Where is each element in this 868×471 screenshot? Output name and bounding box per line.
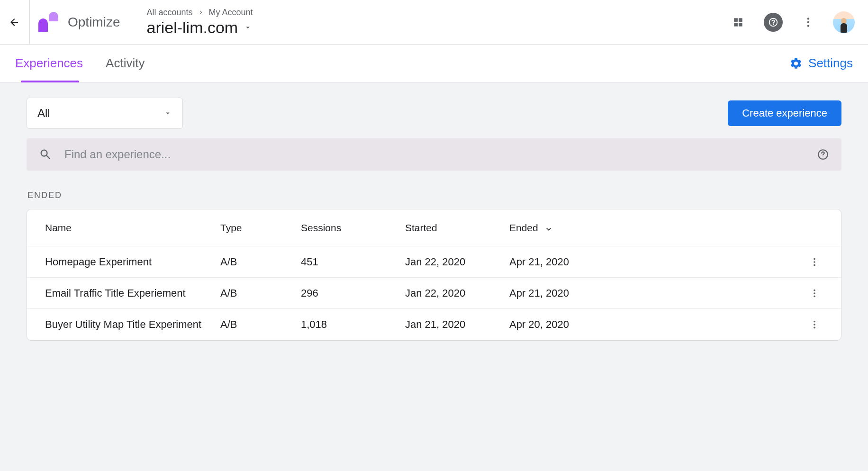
main-content: All Create experience ENDED Name Type Se… [0, 82, 868, 471]
svg-point-4 [807, 18, 809, 19]
divider [29, 0, 30, 45]
svg-point-8 [823, 156, 823, 157]
cell-started: Jan 21, 2020 [405, 318, 509, 331]
tab-strip: Experiences Activity Settings [0, 45, 868, 82]
col-type[interactable]: Type [220, 222, 301, 234]
section-ended-label: ENDED [27, 190, 841, 200]
cell-sessions: 1,018 [301, 318, 405, 331]
breadcrumb[interactable]: All accounts My Account [146, 8, 253, 18]
col-sessions[interactable]: Sessions [301, 222, 405, 234]
svg-point-10 [814, 261, 815, 263]
status-filter-dropdown[interactable]: All [27, 98, 183, 129]
tab-experiences[interactable]: Experiences [15, 45, 83, 82]
cell-ended: Apr 21, 2020 [509, 287, 628, 299]
product-brand: Optimize [38, 12, 120, 33]
filter-label: All [37, 107, 163, 120]
cell-name: Email Traffic Title Experiement [45, 287, 220, 299]
row-menu-button[interactable] [806, 316, 823, 333]
optimize-logo-icon [38, 12, 59, 33]
search-icon [39, 148, 52, 161]
col-started[interactable]: Started [405, 222, 509, 234]
svg-rect-1 [739, 18, 742, 22]
chevron-right-icon [198, 9, 204, 16]
arrow-left-icon [9, 17, 20, 28]
svg-point-6 [807, 25, 809, 27]
svg-rect-2 [734, 23, 738, 27]
col-name[interactable]: Name [45, 222, 220, 234]
product-name: Optimize [68, 15, 120, 30]
breadcrumb-account: My Account [209, 8, 253, 18]
search-input[interactable] [64, 148, 805, 161]
search-bar [27, 138, 841, 171]
svg-point-13 [814, 292, 815, 294]
svg-rect-3 [739, 23, 742, 27]
help-icon [764, 13, 783, 32]
caret-down-icon [244, 23, 252, 32]
cell-type: A/B [220, 256, 301, 268]
cell-sessions: 296 [301, 287, 405, 299]
cell-type: A/B [220, 318, 301, 331]
experiments-table: Name Type Sessions Started Ended Homepag… [27, 209, 841, 341]
account-avatar[interactable] [833, 11, 855, 33]
apps-button[interactable] [728, 12, 749, 33]
col-ended[interactable]: Ended [509, 222, 628, 234]
svg-point-5 [807, 21, 809, 23]
more-vert-icon [809, 319, 820, 330]
cell-started: Jan 22, 2020 [405, 287, 509, 299]
caret-down-icon [163, 109, 172, 118]
svg-point-11 [814, 264, 815, 266]
create-experience-button[interactable]: Create experience [728, 100, 841, 126]
gear-icon [789, 57, 803, 70]
help-outline-icon[interactable] [817, 148, 829, 161]
more-vert-icon [809, 288, 820, 299]
cell-sessions: 451 [301, 256, 405, 268]
cell-name: Homepage Experiment [45, 256, 220, 268]
cell-started: Jan 22, 2020 [405, 256, 509, 268]
row-menu-button[interactable] [806, 285, 823, 302]
help-button[interactable] [763, 12, 784, 33]
settings-link[interactable]: Settings [789, 56, 853, 71]
container-name-text: ariel-lim.com [146, 18, 238, 37]
svg-point-17 [814, 327, 815, 329]
action-row: All Create experience [27, 98, 841, 129]
col-ended-label: Ended [509, 222, 538, 234]
cell-name: Buyer Utility Map Title Experiment [45, 318, 220, 331]
svg-point-12 [814, 289, 815, 291]
table-header-row: Name Type Sessions Started Ended [27, 209, 841, 246]
svg-point-15 [814, 321, 815, 323]
app-header: Optimize All accounts My Account ariel-l… [0, 0, 868, 45]
table-row[interactable]: Email Traffic Title Experiement A/B 296 … [27, 278, 841, 309]
container-context: All accounts My Account ariel-lim.com [146, 8, 253, 37]
svg-point-14 [814, 295, 815, 297]
breadcrumb-root: All accounts [146, 8, 192, 18]
apps-grid-icon [732, 16, 744, 28]
more-button[interactable] [798, 12, 819, 33]
settings-label: Settings [808, 56, 853, 71]
svg-rect-0 [734, 18, 738, 22]
cell-ended: Apr 20, 2020 [509, 318, 628, 331]
header-actions [728, 11, 855, 33]
svg-point-16 [814, 324, 815, 326]
tab-activity[interactable]: Activity [106, 45, 145, 82]
more-vert-icon [802, 16, 814, 28]
more-vert-icon [809, 257, 820, 267]
cell-type: A/B [220, 287, 301, 299]
container-switcher[interactable]: ariel-lim.com [146, 18, 253, 37]
table-row[interactable]: Homepage Experiment A/B 451 Jan 22, 2020… [27, 246, 841, 278]
svg-point-9 [814, 258, 815, 260]
arrow-down-icon [544, 223, 553, 233]
back-button[interactable] [5, 13, 24, 32]
cell-ended: Apr 21, 2020 [509, 256, 628, 268]
row-menu-button[interactable] [806, 254, 823, 271]
table-row[interactable]: Buyer Utility Map Title Experiment A/B 1… [27, 309, 841, 340]
